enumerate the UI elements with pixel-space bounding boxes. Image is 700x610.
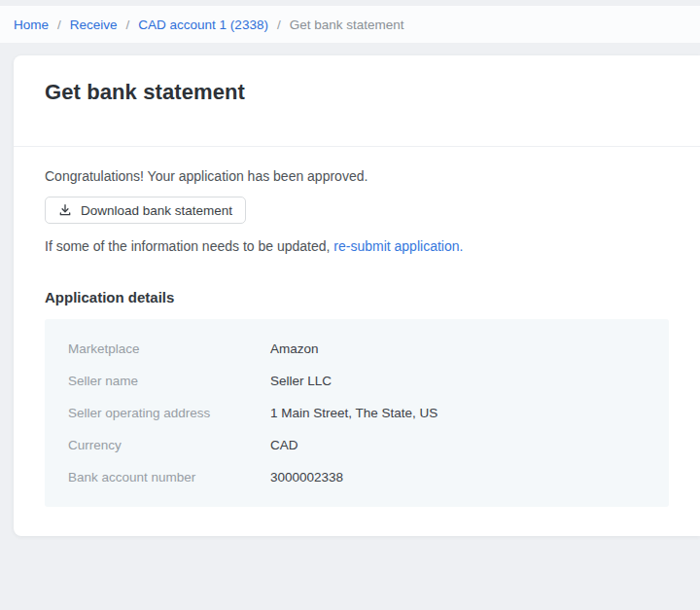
download-button-label: Download bank statement — [81, 203, 232, 218]
card-body: Congratulations! Your application has be… — [14, 147, 700, 507]
detail-label: Seller name — [68, 374, 270, 388]
breadcrumb-item-cad-account[interactable]: CAD account 1 (2338) — [138, 18, 268, 32]
resubmit-line: If some of the information needs to be u… — [45, 238, 669, 254]
breadcrumb-separator: / — [57, 18, 61, 32]
detail-value: CAD — [270, 438, 298, 452]
detail-value: Seller LLC — [270, 374, 332, 388]
resubmit-text: If some of the information needs to be u… — [45, 238, 333, 254]
detail-row-bank-account-number: Bank account number 3000002338 — [68, 461, 646, 493]
get-bank-statement-card: Get bank statement Congratulations! Your… — [14, 55, 700, 536]
application-details-heading: Application details — [45, 289, 669, 305]
approval-message: Congratulations! Your application has be… — [45, 168, 669, 184]
detail-label: Marketplace — [68, 341, 270, 356]
detail-row-seller-operating-address: Seller operating address 1 Main Street, … — [68, 397, 646, 429]
download-bank-statement-button[interactable]: Download bank statement — [45, 197, 246, 224]
breadcrumb-item-home[interactable]: Home — [14, 18, 49, 32]
detail-label: Bank account number — [68, 470, 270, 484]
breadcrumb-bar: Home / Receive / CAD account 1 (2338) / … — [0, 6, 700, 43]
application-details-panel: Marketplace Amazon Seller name Seller LL… — [45, 319, 669, 507]
page-title: Get bank statement — [45, 80, 669, 105]
detail-value: 1 Main Street, The State, US — [270, 406, 438, 420]
detail-row-seller-name: Seller name Seller LLC — [68, 365, 646, 397]
resubmit-application-link[interactable]: re-submit application. — [333, 238, 463, 254]
download-icon — [58, 203, 72, 217]
breadcrumb-item-receive[interactable]: Receive — [70, 18, 118, 32]
detail-label: Seller operating address — [68, 406, 270, 420]
detail-row-marketplace: Marketplace Amazon — [68, 333, 646, 365]
detail-value: Amazon — [270, 341, 319, 356]
breadcrumb-item-current: Get bank statement — [290, 18, 404, 32]
breadcrumb: Home / Receive / CAD account 1 (2338) / … — [14, 18, 404, 32]
breadcrumb-separator: / — [277, 18, 281, 32]
breadcrumb-separator: / — [126, 18, 130, 32]
card-header: Get bank statement — [14, 55, 700, 147]
detail-row-currency: Currency CAD — [68, 429, 646, 461]
detail-value: 3000002338 — [270, 470, 343, 484]
detail-label: Currency — [68, 438, 270, 452]
